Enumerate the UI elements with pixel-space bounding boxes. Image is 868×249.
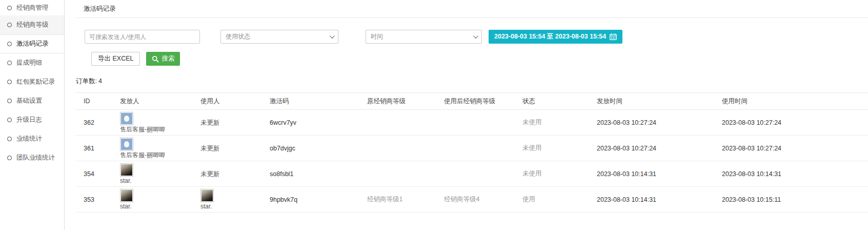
sidebar-item[interactable]: 激活码记录: [0, 34, 64, 53]
chevron-down-icon: [330, 33, 335, 39]
col-header-user: 使用人: [200, 93, 270, 110]
filter-bar: 使用状态 时间 2023-08-03 15:54 至 2023-08-03 15…: [76, 30, 868, 44]
sidebar-item-label: 提成明细: [16, 59, 42, 67]
user-name: star.: [200, 203, 212, 210]
table-header-row: ID 发放人 使用人 激活码 原经销商等级 使用后经销商等级 状态 发放时间 使…: [76, 93, 868, 110]
sidebar-item[interactable]: 业绩统计: [0, 129, 64, 148]
cell-issued-at: 2023-08-03 10:14:31: [597, 161, 722, 187]
order-count-value: 4: [98, 78, 102, 85]
col-header-sender: 发放人: [120, 93, 200, 110]
cell-level-before: 经销商等级1: [367, 187, 444, 213]
records-table: ID 发放人 使用人 激活码 原经销商等级 使用后经销商等级 状态 发放时间 使…: [76, 92, 868, 213]
cell-code: so8fsbl1: [270, 161, 367, 187]
search-button-label: 搜索: [162, 54, 174, 63]
circle-icon: [7, 137, 12, 141]
cell-user: 未更新: [200, 110, 270, 136]
chevron-down-icon: [473, 33, 478, 39]
cell-level-before: [367, 136, 444, 161]
sidebar-item[interactable]: 升级日志: [0, 110, 64, 129]
cell-sender: star.: [120, 161, 200, 187]
cell-id: 353: [76, 187, 120, 213]
sender-name: star.: [120, 203, 132, 210]
sidebar-menu: 经销商管理 经销商等级 激活码记录 提成明细 红包奖励记录 基础设置 升级日志 …: [0, 0, 64, 167]
cell-user: star.: [200, 187, 270, 213]
order-count-label: 订单数:: [76, 78, 97, 85]
sender-name: 售后客服-丽唧唧: [120, 126, 165, 133]
circle-icon: [7, 42, 12, 46]
search-input[interactable]: [85, 30, 200, 44]
cell-used-at: 2023-08-03 10:15:11: [722, 187, 868, 213]
sender-avatar: [120, 138, 133, 151]
cell-id: 361: [76, 136, 120, 161]
cell-code: 9hpbvk7q: [270, 187, 367, 213]
sidebar-item-label: 团队业绩统计: [16, 154, 55, 162]
sender-avatar: [120, 163, 133, 177]
col-header-status: 状态: [522, 93, 597, 110]
col-header-issued-at: 发放时间: [597, 93, 722, 110]
cell-issued-at: 2023-08-03 10:14:31: [597, 187, 722, 213]
sender-avatar: [120, 189, 133, 202]
circle-icon: [7, 156, 12, 160]
status-select[interactable]: 使用状态: [220, 30, 338, 44]
sidebar-item[interactable]: 基础设置: [0, 91, 64, 110]
time-select[interactable]: 时间: [366, 30, 482, 44]
sidebar-item-label: 业绩统计: [16, 135, 42, 143]
col-header-level-after: 使用后经销商等级: [444, 93, 522, 110]
cell-user: 未更新: [200, 136, 270, 161]
order-count: 订单数:4: [76, 77, 868, 86]
export-excel-button[interactable]: 导出 EXCEL: [91, 52, 140, 66]
circle-icon: [7, 118, 12, 122]
main-content: 激活码记录 使用状态 时间 2023-08-03 15:54 至 2023-08…: [65, 0, 868, 249]
cell-level-before: [367, 110, 444, 136]
cell-level-after: 经销商等级4: [444, 187, 522, 213]
action-bar: 导出 EXCEL 搜索: [76, 52, 868, 66]
circle-icon: [7, 80, 12, 84]
circle-icon: [7, 23, 12, 27]
sidebar: 经销商管理 经销商等级 激活码记录 提成明细 红包奖励记录 基础设置 升级日志 …: [0, 0, 65, 230]
cell-issued-at: 2023-08-03 10:27:24: [597, 136, 722, 161]
col-header-id: ID: [76, 93, 120, 110]
magnifier-icon: [152, 55, 159, 63]
cell-level-after: [444, 161, 522, 187]
sidebar-item-label: 经销商管理: [16, 4, 49, 12]
title-divider: [76, 17, 868, 18]
sidebar-item-label: 激活码记录: [16, 40, 49, 48]
cell-sender: 售后客服-丽唧唧: [120, 110, 200, 136]
cell-status: 未使用: [522, 136, 597, 161]
sidebar-item[interactable]: 经销商管理: [0, 0, 64, 15]
records-table-body: 362 售后客服-丽唧唧 未更新 6wcrv7yv 未使用 2023-08-03…: [76, 110, 868, 213]
sidebar-item-label: 基础设置: [16, 97, 42, 105]
cell-sender: 售后客服-丽唧唧: [120, 136, 200, 161]
date-range-button[interactable]: 2023-08-03 15:54 至 2023-08-03 15:54: [489, 30, 622, 44]
sidebar-item-label: 红包奖励记录: [16, 78, 55, 86]
table-row: 361 售后客服-丽唧唧 未更新 ob7dvjgc 未使用 2023-08-03…: [76, 136, 868, 161]
cell-level-after: [444, 136, 522, 161]
sidebar-item[interactable]: 红包奖励记录: [0, 72, 64, 91]
sidebar-item[interactable]: 经销商等级: [0, 15, 64, 34]
user-name: 未更新: [200, 120, 220, 126]
table-row: 362 售后客服-丽唧唧 未更新 6wcrv7yv 未使用 2023-08-03…: [76, 110, 868, 136]
cell-used-at: 2023-08-03 10:27:24: [722, 110, 868, 136]
col-header-level-before: 原经销商等级: [367, 93, 444, 110]
cell-id: 362: [76, 110, 120, 136]
sender-name: star.: [120, 178, 132, 184]
cell-level-before: [367, 161, 444, 187]
circle-icon: [7, 61, 12, 65]
page-title: 激活码记录: [84, 5, 868, 13]
status-select-value: 使用状态: [226, 32, 250, 41]
cell-issued-at: 2023-08-03 10:27:24: [597, 110, 722, 136]
user-name: 未更新: [200, 145, 220, 152]
search-button[interactable]: 搜索: [146, 52, 180, 66]
sidebar-item[interactable]: 团队业绩统计: [0, 148, 64, 167]
sender-name: 售后客服-丽唧唧: [120, 152, 165, 159]
cell-status: 使用: [522, 187, 597, 213]
cell-used-at: 2023-08-03 10:27:24: [722, 136, 868, 161]
table-row: 353 star. star. 9hpbvk7q 经销商等级1 经销商等级4 使…: [76, 187, 868, 213]
cell-level-after: [444, 110, 522, 136]
col-header-used-at: 使用时间: [722, 93, 868, 110]
table-row: 354 star. 未更新 so8fsbl1 未使用 2023-08-03 10…: [76, 161, 868, 187]
cell-sender: star.: [120, 187, 200, 213]
sidebar-item[interactable]: 提成明细: [0, 53, 64, 72]
calendar-icon: [610, 33, 617, 40]
cell-user: 未更新: [200, 161, 270, 187]
